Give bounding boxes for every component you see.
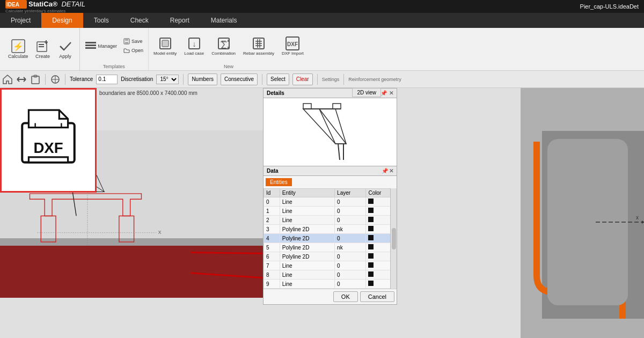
table-scrollbar[interactable] xyxy=(390,188,397,289)
cell-id: 2 xyxy=(264,216,280,225)
details-close[interactable]: ✕ xyxy=(389,90,393,96)
cell-id: 0 xyxy=(264,197,280,207)
load-case-button[interactable]: ↓ Load case xyxy=(181,34,207,57)
cell-layer: 0 xyxy=(335,280,366,289)
table-row[interactable]: 3 Polyline 2D nk xyxy=(264,225,397,234)
cell-entity: Line xyxy=(280,197,334,207)
new-label: New xyxy=(151,63,306,69)
cell-id: 9 xyxy=(264,280,280,289)
cell-id: 7 xyxy=(264,261,280,270)
data-panel: Data 📌 ✕ Entities Id Entity Layer Co xyxy=(263,166,397,305)
nav-materials[interactable]: Materials xyxy=(200,13,248,28)
combination-icon: ∑ xyxy=(216,36,231,51)
save-button[interactable]: Save xyxy=(121,37,146,46)
data-panel-header: Data 📌 ✕ xyxy=(264,166,397,176)
apply-button[interactable]: Apply xyxy=(55,37,76,61)
svg-rect-7 xyxy=(39,44,44,45)
toolbar: Tolerance Discretisation 15° 5° 10° Numb… xyxy=(0,71,644,88)
table-row[interactable]: 5 Polyline 2D nk xyxy=(264,243,397,252)
cell-entity: Line xyxy=(280,261,334,270)
templates-label: Templates xyxy=(82,63,147,69)
entities-tab[interactable]: Entities xyxy=(266,178,292,186)
rebar-assembly-button[interactable]: Rebar assembly xyxy=(240,34,277,57)
rebar-assembly-icon xyxy=(251,36,266,51)
ok-button[interactable]: OK xyxy=(333,291,358,302)
dxf-icon: DXF xyxy=(13,106,83,175)
svg-text:IDEA: IDEA xyxy=(6,2,19,8)
numbers-button[interactable]: Numbers xyxy=(188,74,217,85)
tolerance-label: Tolerance xyxy=(70,76,93,82)
home-icon[interactable] xyxy=(2,74,13,85)
cell-id: 3 xyxy=(264,225,280,234)
data-pin[interactable]: 📌 xyxy=(382,168,388,174)
consecutive-button[interactable]: Consecutive xyxy=(221,74,258,85)
nav-report[interactable]: Report xyxy=(159,13,200,28)
svg-rect-43 xyxy=(0,242,279,298)
nav-project[interactable]: Project xyxy=(0,13,41,28)
tolerance-input[interactable] xyxy=(96,75,118,84)
load-case-icon: ↓ xyxy=(187,36,202,51)
col-id: Id xyxy=(264,189,280,197)
manager-button[interactable]: Manager xyxy=(82,39,120,54)
combination-button[interactable]: ∑ Combination xyxy=(209,34,238,57)
dxf-file-icon: DXF xyxy=(13,106,83,175)
manager-icon xyxy=(85,40,97,52)
details-pin[interactable]: 📌 xyxy=(380,90,387,96)
settings-group-label: Settings xyxy=(322,77,340,82)
svg-text:DXF: DXF xyxy=(287,41,298,47)
dxf-import-button[interactable]: DXF DXF Import xyxy=(279,34,306,57)
cell-id: 6 xyxy=(264,252,280,261)
table-row[interactable]: 1 Line 0 xyxy=(264,207,397,216)
move-icon[interactable] xyxy=(50,74,61,85)
open-button[interactable]: Open xyxy=(121,46,146,55)
cell-layer: 0 xyxy=(335,207,366,216)
svg-text:DXF: DXF xyxy=(33,139,63,156)
nav-design[interactable]: Design xyxy=(41,13,83,28)
table-row[interactable]: 8 Line 0 xyxy=(264,270,397,280)
info-bar: boundaries are 8500.000 x 7400.000 mm xyxy=(99,90,197,96)
model-entity-button[interactable]: Model entity xyxy=(151,34,179,57)
nav-bar: Project Design Tools Check Report Materi… xyxy=(0,13,644,28)
ribbon-group-new: Model entity ↓ Load case ∑ Combination xyxy=(149,28,309,70)
logo-area: IDEA StatiCa® DETAIL Calculate yesterday… xyxy=(5,0,85,13)
table-row[interactable]: 2 Line 0 xyxy=(264,216,397,225)
select-button[interactable]: Select xyxy=(267,74,289,85)
dxf-ribbon-icon: DXF xyxy=(285,36,300,51)
cell-id: 1 xyxy=(264,207,280,216)
details-panel: Details 📌 ✕ xyxy=(263,88,397,174)
col-entity: Entity xyxy=(280,189,334,197)
canvas-area[interactable]: boundaries are 8500.000 x 7400.000 mm 2D… xyxy=(0,88,521,338)
nav-check[interactable]: Check xyxy=(120,13,159,28)
cell-layer: 0 xyxy=(335,261,366,270)
discretisation-select[interactable]: 15° 5° 10° xyxy=(156,75,179,84)
cancel-button[interactable]: Cancel xyxy=(360,291,394,302)
table-row[interactable]: 7 Line 0 xyxy=(264,261,397,270)
cell-entity: Line xyxy=(280,270,334,280)
ok-cancel-row: OK Cancel xyxy=(264,289,397,304)
data-table: Id Entity Layer Color 0 Line 0 xyxy=(264,188,397,289)
right-panel-drawing: x xyxy=(521,88,644,319)
cell-layer: nk xyxy=(335,243,366,252)
twoD-view-label: 2D view xyxy=(352,88,381,97)
ribbon-new-buttons: Model entity ↓ Load case ∑ Combination xyxy=(151,29,306,63)
table-row[interactable]: 9 Line 0 xyxy=(264,280,397,289)
title-bar: IDEA StatiCa® DETAIL Calculate yesterday… xyxy=(0,0,644,13)
table-row[interactable]: 4 Polyline 2D 0 xyxy=(264,234,397,243)
calculate-button[interactable]: ⚡ Calculate xyxy=(5,37,31,61)
details-panel-content xyxy=(264,98,397,173)
right-panel: x xyxy=(521,88,644,338)
svg-text:X: X xyxy=(158,230,162,235)
discretisation-label: Discretisation xyxy=(121,76,153,82)
clipboard-icon[interactable] xyxy=(30,74,41,85)
clear-button[interactable]: Clear xyxy=(292,74,313,85)
table-header-row: Id Entity Layer Color xyxy=(264,189,397,197)
data-close[interactable]: ✕ xyxy=(389,168,393,174)
nav-tools[interactable]: Tools xyxy=(83,13,120,28)
cell-layer: nk xyxy=(335,225,366,234)
arrow-icon[interactable] xyxy=(16,74,27,85)
table-row[interactable]: 6 Polyline 2D 0 xyxy=(264,252,397,261)
main-content: boundaries are 8500.000 x 7400.000 mm 2D… xyxy=(0,88,644,338)
create-button[interactable]: Create xyxy=(32,37,54,61)
table-row[interactable]: 0 Line 0 xyxy=(264,197,397,207)
ribbon-calc-buttons: ⚡ Calculate Create Apply xyxy=(5,30,76,67)
